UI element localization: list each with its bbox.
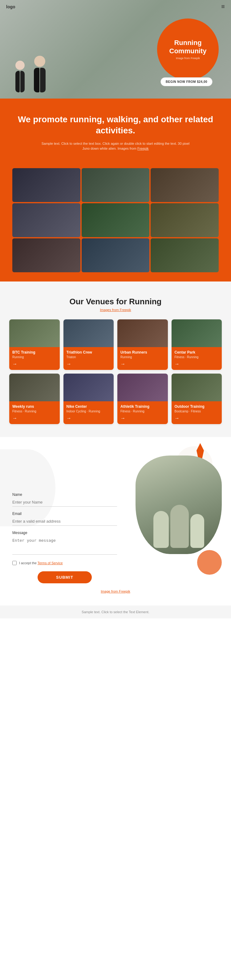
submit-button[interactable]: SUBMIT bbox=[38, 571, 92, 583]
logo: logo bbox=[6, 4, 15, 9]
contact-form-wrapper: Name Email Message I accept the Terms of… bbox=[12, 492, 117, 583]
venue-info-weekly: Weekly runs Fitness · Running → bbox=[9, 401, 60, 424]
photo-cell-6 bbox=[151, 203, 219, 237]
hero-image-credit: Image from Freepik bbox=[176, 57, 200, 60]
venue-image-urban bbox=[117, 320, 168, 347]
venue-cat-centar: Fitness · Running bbox=[175, 355, 219, 359]
menu-icon[interactable]: ≡ bbox=[221, 3, 225, 10]
promo-sample-text: Sample text. Click to select the text bo… bbox=[38, 141, 193, 151]
name-label: Name bbox=[12, 492, 117, 497]
photo-cell-5 bbox=[81, 203, 150, 237]
form-field-message: Message bbox=[12, 531, 117, 556]
venue-image-weekly bbox=[9, 374, 60, 401]
hero-circle: Running Community Image from Freepik bbox=[157, 19, 219, 80]
venues-images-from: Images from Freepik bbox=[9, 308, 222, 312]
venue-info-urban: Urban Runners Running → bbox=[117, 347, 168, 370]
form-field-name: Name bbox=[12, 492, 117, 507]
header: logo ≡ bbox=[0, 0, 231, 13]
venue-arrow-triathlon: → bbox=[67, 361, 72, 367]
venue-name-urban: Urban Runners bbox=[120, 350, 165, 355]
venue-card-urban-runners[interactable]: Urban Runners Running → bbox=[117, 320, 168, 370]
venue-arrow-urban: → bbox=[120, 361, 125, 367]
venue-info-outdoor: Outdoor Training Bootcamp · Fitness → bbox=[172, 401, 222, 424]
promo-freepik-link[interactable]: Freepik bbox=[137, 146, 149, 150]
venue-card-weekly-runs[interactable]: Weekly runs Fitness · Running → bbox=[9, 374, 60, 424]
contact-section: Name Email Message I accept the Terms of… bbox=[0, 437, 231, 606]
venue-cat-weekly: Fitness · Running bbox=[12, 410, 57, 413]
promo-heading: We promote running, walking, and other r… bbox=[12, 114, 219, 137]
venue-image-outdoor bbox=[172, 374, 222, 401]
contact-freepik-link[interactable]: Image from Freepik bbox=[101, 589, 130, 593]
venue-image-centar bbox=[172, 320, 222, 347]
venue-name-outdoor: Outdoor Training bbox=[175, 404, 219, 409]
venue-info-triathlon: Triathlon Crew Triaton → bbox=[64, 347, 114, 370]
tos-link[interactable]: Terms of Service bbox=[38, 561, 63, 565]
venue-card-outdoor[interactable]: Outdoor Training Bootcamp · Fitness → bbox=[172, 374, 222, 424]
venue-image-btc bbox=[9, 320, 60, 347]
footer-sample-text: Sample text. Click to select the Text El… bbox=[81, 610, 150, 614]
runner-head bbox=[15, 60, 25, 70]
runner-male bbox=[34, 56, 46, 92]
venue-arrow-btc: → bbox=[12, 361, 17, 367]
venue-name-btc: BTC Training bbox=[12, 350, 57, 355]
photo-cell-1 bbox=[12, 168, 80, 202]
venue-arrow-outdoor: → bbox=[175, 415, 180, 421]
email-input[interactable] bbox=[12, 517, 117, 526]
hero-section: Running Community Image from Freepik BEG… bbox=[0, 0, 231, 99]
contact-photo bbox=[135, 455, 222, 554]
venue-name-nike: Nike Center bbox=[67, 404, 111, 409]
venues-row-2: Weekly runs Fitness · Running → Nike Cen… bbox=[9, 374, 222, 424]
venues-heading: Our Venues for Running bbox=[9, 297, 222, 307]
contact-deco-right-bottom bbox=[197, 550, 222, 575]
venue-arrow-nike: → bbox=[67, 415, 72, 421]
venue-name-centar: Centar Park bbox=[175, 350, 219, 355]
photo-cell-7 bbox=[12, 239, 80, 272]
contact-image-credit: Image from Freepik bbox=[12, 589, 219, 593]
hero-title: Running Community bbox=[163, 39, 212, 55]
venue-name-triathlon: Triathlon Crew bbox=[67, 350, 111, 355]
message-textarea[interactable] bbox=[12, 536, 117, 555]
venue-name-weekly: Weekly runs bbox=[12, 404, 57, 409]
venue-card-athletik[interactable]: Athletik Training Fitness · Running → bbox=[117, 374, 168, 424]
checkbox-row: I accept the Terms of Service bbox=[12, 561, 117, 565]
form-field-email: Email bbox=[12, 512, 117, 526]
venue-cat-btc: Running bbox=[12, 355, 57, 359]
photo-cell-2 bbox=[81, 168, 150, 202]
venue-cat-outdoor: Bootcamp · Fitness bbox=[175, 410, 219, 413]
venue-card-btc-training[interactable]: BTC Training Running → bbox=[9, 320, 60, 370]
message-label: Message bbox=[12, 531, 117, 535]
photo-cell-8 bbox=[81, 239, 150, 272]
photo-cell-4 bbox=[12, 203, 80, 237]
name-input[interactable] bbox=[12, 498, 117, 507]
venue-arrow-weekly: → bbox=[12, 415, 17, 421]
venue-cat-athletik: Fitness · Running bbox=[120, 410, 165, 413]
venue-card-nike-center[interactable]: Nike Center Indoor Cycling · Running → bbox=[64, 374, 114, 424]
venue-card-centar-park[interactable]: Centar Park Fitness · Running → bbox=[172, 320, 222, 370]
venue-arrow-athletik: → bbox=[120, 415, 125, 421]
venue-info-nike: Nike Center Indoor Cycling · Running → bbox=[64, 401, 114, 424]
contact-photo-inner bbox=[135, 455, 222, 554]
photo-cell-3 bbox=[151, 168, 219, 202]
venue-info-btc: BTC Training Running → bbox=[9, 347, 60, 370]
venue-cat-nike: Indoor Cycling · Running bbox=[67, 410, 111, 413]
venue-cat-triathlon: Triaton bbox=[67, 355, 111, 359]
hero-cta-button[interactable]: BEGIN NOW FROM $24,00 bbox=[161, 77, 212, 86]
runner-female bbox=[15, 60, 25, 92]
venue-card-triathlon-crew[interactable]: Triathlon Crew Triaton → bbox=[64, 320, 114, 370]
venue-cat-urban: Running bbox=[120, 355, 165, 359]
runner-male-head bbox=[34, 56, 45, 67]
venue-name-athletik: Athletik Training bbox=[120, 404, 165, 409]
venue-image-triathlon bbox=[64, 320, 114, 347]
tos-checkbox[interactable] bbox=[12, 561, 17, 565]
venues-row-1: BTC Training Running → Triathlon Crew Tr… bbox=[9, 320, 222, 370]
email-label: Email bbox=[12, 512, 117, 516]
venue-info-centar: Centar Park Fitness · Running → bbox=[172, 347, 222, 370]
venues-freepik-link[interactable]: Images from Freepik bbox=[100, 308, 131, 312]
photo-cell-9 bbox=[151, 239, 219, 272]
venue-arrow-centar: → bbox=[175, 361, 180, 367]
venue-info-athletik: Athletik Training Fitness · Running → bbox=[117, 401, 168, 424]
promo-section: We promote running, walking, and other r… bbox=[0, 99, 231, 168]
venue-image-nike bbox=[64, 374, 114, 401]
photo-grid bbox=[0, 168, 231, 282]
venues-section: Our Venues for Running Images from Freep… bbox=[0, 282, 231, 437]
